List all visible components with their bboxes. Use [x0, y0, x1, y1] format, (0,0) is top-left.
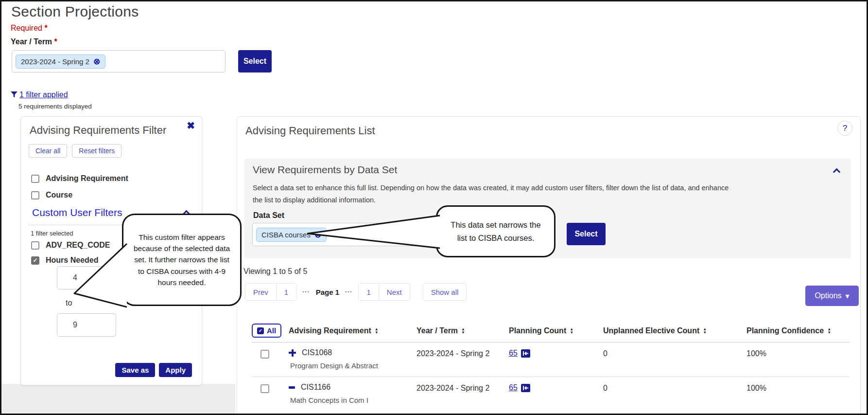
checkbox-label: Advising Requirement [46, 174, 128, 183]
year-term-label: Year / Term * [11, 37, 57, 46]
filter-applied-link[interactable]: 1 filter applied [19, 90, 68, 99]
ellipsis-icon: ••• [302, 289, 310, 294]
sort-icon[interactable]: ▲▼ [570, 327, 573, 334]
unplanned-count-cell: 0 [603, 383, 746, 393]
caret-down-icon: ▾ [846, 291, 850, 301]
next-page-button[interactable]: Next [379, 284, 410, 300]
filter-row-course: Course [31, 191, 72, 199]
reset-filters-button[interactable]: Reset filters [72, 144, 122, 158]
filter-row-adv-req-code: ADV_REQ_CODE [31, 241, 110, 250]
advising-requirement-checkbox[interactable] [31, 175, 39, 183]
prev-page-button[interactable]: Prev [245, 284, 276, 300]
year-term-cell: 2023-2024 - Spring 2 [417, 348, 509, 358]
chip-remove-icon[interactable]: ⊗ [314, 231, 321, 239]
show-all-group: Show all [423, 283, 467, 301]
help-button[interactable]: ? [837, 121, 852, 136]
pagination-group-next: 1 Next [358, 283, 410, 301]
column-header-year-term[interactable]: Year / Term ▲▼ [417, 326, 509, 335]
filter-funnel-icon [10, 90, 18, 98]
expand-plus-icon[interactable] [289, 349, 296, 357]
dataset-box-title: View Requirements by Data Set [253, 164, 397, 176]
year-term-cell: 2023-2024 - Spring 2 [417, 383, 509, 393]
pagination-group-prev: Prev 1 [245, 283, 296, 301]
open-planning-icon[interactable] [521, 349, 530, 358]
page-1-button[interactable]: 1 [359, 284, 378, 300]
filters-selected-text: 1 filter selected [31, 230, 73, 237]
pagination: Prev 1 ••• Page 1 ••• 1 Next Show all [245, 283, 467, 301]
to-label: to [66, 299, 72, 307]
apply-button[interactable]: Apply [159, 363, 192, 377]
sort-icon[interactable]: ▲▼ [375, 327, 379, 334]
chip-remove-icon[interactable]: ⊗ [93, 57, 100, 66]
hours-needed-checkbox[interactable]: ✓ [31, 256, 39, 265]
options-dropdown-button[interactable]: Options ▾ [805, 286, 859, 306]
requirement-name: Math Concepts in Com I [290, 396, 417, 404]
data-set-chip: CISBA courses ⊗ [256, 228, 327, 242]
year-term-input[interactable]: 2023-2024 - Spring 2 ⊗ [12, 50, 226, 72]
filter-applied-row: 1 filter applied [10, 90, 68, 99]
callout-data-set: This data set narrows the list to CISBA … [436, 205, 556, 257]
checkbox-label: Hours Needed [46, 256, 98, 265]
checkbox-label: Course [46, 191, 72, 199]
requirement-code: CIS1166 [301, 383, 330, 392]
requirement-name: Program Design & Abstract [290, 361, 417, 370]
callout-custom-filter: This custom filter appears because of th… [122, 214, 242, 306]
year-term-select-button[interactable]: Select [238, 50, 272, 72]
requirements-table: ✓ All Advising Requirement ▲▼ Year / Ter… [252, 319, 850, 411]
required-label: Required * [11, 24, 48, 33]
select-all-button[interactable]: ✓ All [252, 324, 281, 338]
sort-icon[interactable]: ▲▼ [827, 327, 831, 334]
check-square-icon: ✓ [257, 327, 264, 334]
table-header-row: ✓ All Advising Requirement ▲▼ Year / Ter… [252, 319, 850, 343]
help-icon: ? [843, 124, 847, 133]
data-set-label: Data Set [253, 211, 284, 220]
table-row: CIS1068 Program Design & Abstract 2023-2… [252, 343, 850, 377]
column-header-advising-requirement[interactable]: Advising Requirement ▲▼ [289, 326, 417, 335]
sort-icon[interactable]: ▲▼ [461, 327, 465, 334]
page-title: Section Projections [11, 3, 139, 20]
check-icon: ✓ [33, 257, 37, 264]
dataset-box-description: Select a data set to enhance this full l… [253, 182, 729, 207]
row-checkbox[interactable] [260, 384, 269, 393]
filter-panel-title: Advising Requirements Filter [30, 124, 166, 137]
current-page-label: Page 1 [316, 288, 339, 296]
show-all-button[interactable]: Show all [423, 284, 467, 300]
year-term-chip: 2023-2024 - Spring 2 ⊗ [16, 54, 105, 69]
adv-req-code-checkbox[interactable] [31, 241, 39, 250]
sort-icon[interactable]: ▲▼ [703, 327, 707, 334]
page-1-button[interactable]: 1 [276, 284, 296, 300]
checkbox-label: ADV_REQ_CODE [46, 241, 110, 250]
required-asterisk: * [44, 24, 47, 32]
save-as-button[interactable]: Save as [115, 363, 155, 377]
chevron-up-icon[interactable] [833, 168, 841, 176]
row-checkbox[interactable] [260, 350, 269, 359]
requirements-displayed-text: 5 requirements displayed [18, 103, 92, 110]
column-header-planning-confidence[interactable]: Planning Confidence ▲▼ [746, 326, 850, 335]
clear-all-button[interactable]: Clear all [29, 144, 67, 158]
requirement-code: CIS1068 [302, 348, 332, 357]
planning-confidence-cell: 100% [746, 348, 850, 358]
page-background-strip [1, 384, 235, 415]
unplanned-count-cell: 0 [603, 348, 746, 358]
filter-row-hours-needed: ✓ Hours Needed [31, 256, 98, 265]
column-header-unplanned-elective-count[interactable]: Unplanned Elective Count ▲▼ [603, 326, 746, 335]
table-row: CIS1166 Math Concepts in Com I 2023-2024… [252, 377, 850, 411]
hours-to-input[interactable] [57, 313, 116, 337]
planning-count-link[interactable]: 65 [509, 349, 518, 358]
hours-from-input[interactable] [57, 266, 116, 289]
data-set-select-button[interactable]: Select [567, 223, 606, 245]
ellipsis-icon: ••• [345, 289, 352, 294]
advising-requirements-list-panel: Advising Requirements List ? View Requir… [237, 116, 861, 415]
planning-confidence-cell: 100% [746, 383, 850, 393]
list-panel-title: Advising Requirements List [245, 125, 375, 137]
open-planning-icon[interactable] [521, 384, 530, 392]
filter-row-advising-requirement: Advising Requirement [31, 174, 128, 183]
column-header-planning-count[interactable]: Planning Count ▲▼ [509, 326, 603, 335]
planning-count-link[interactable]: 65 [509, 383, 518, 392]
close-icon[interactable]: ✖ [187, 121, 195, 130]
required-asterisk: * [54, 37, 57, 46]
section-projections-page: Section Projections Required * Year / Te… [0, 0, 868, 415]
collapse-minus-icon[interactable] [289, 384, 295, 391]
custom-user-filters-heading[interactable]: Custom User Filters [32, 207, 122, 218]
course-checkbox[interactable] [31, 191, 39, 199]
